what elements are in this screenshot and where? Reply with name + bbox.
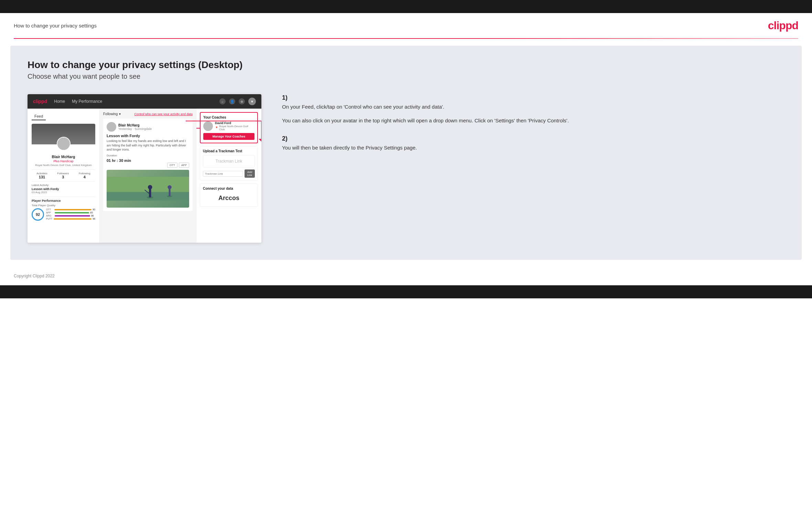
profile-banner	[32, 124, 95, 144]
trackman-input[interactable]	[203, 171, 243, 177]
activity-description: Looking to feel like my hands are exitin…	[107, 139, 189, 152]
stat-following: Following 4	[79, 172, 90, 179]
activity-card: Blair McHarg Yesterday · Sunningdale Les…	[103, 119, 193, 211]
coach-info: David Ford 📍 Royal North Devon Golf Club	[215, 121, 255, 131]
profile-name: Blair McHarg	[32, 155, 95, 159]
search-icon: ⌕	[219, 98, 226, 104]
nav-my-performance: My Performance	[72, 99, 102, 104]
app-body: Feed Blair McHarg Plus Handicap Royal No…	[28, 109, 261, 243]
connect-card: Connect your data Arccos	[200, 184, 258, 207]
arg-bar	[55, 215, 90, 217]
quality-score: 92	[32, 208, 44, 221]
ott-bar	[54, 209, 91, 210]
activity-location: Yesterday · Sunningdale	[118, 127, 152, 131]
stat-followers: Followers 3	[57, 172, 69, 179]
trackman-card: Upload a Trackman Test Trackman Link Add…	[200, 146, 258, 181]
coaches-card: Your Coaches David Ford 📍 Royal North De…	[200, 112, 258, 143]
tag-ott: OTT	[167, 163, 177, 168]
activity-user-avatar	[107, 122, 116, 132]
activity-tags: OTT APP	[107, 163, 189, 168]
user-avatar-icon[interactable]: ▼	[248, 98, 256, 105]
profile-handicap: Plus Handicap	[32, 159, 95, 163]
bar-arg: ARG 86	[46, 214, 95, 217]
location-pin-icon: 📍	[215, 126, 218, 130]
trackman-placeholder-text: Trackman Link	[215, 159, 242, 164]
feed-tab: Feed	[32, 113, 46, 120]
player-performance-section: Player Performance Total Player Quality …	[32, 197, 95, 221]
location-icon: ⊕	[239, 98, 245, 104]
instruction-2-number: 2)	[282, 135, 784, 142]
svg-rect-7	[169, 189, 171, 196]
activity-title: Lesson with Fordy	[107, 134, 189, 138]
activity-user-name: Blair McHarg	[118, 123, 152, 127]
latest-lesson: Lesson with Fordy	[32, 187, 95, 191]
app-screenshot: clippd Home My Performance ⌕ 👤 ⊕ ▼ Feed	[28, 94, 261, 243]
add-link-button[interactable]: Add Link	[245, 169, 255, 178]
copyright: Copyright Clippd 2022	[14, 274, 55, 278]
coach-club: 📍 Royal North Devon Golf Club	[215, 125, 255, 131]
manage-coaches-button[interactable]: Manage Your Coaches	[203, 133, 255, 140]
latest-activity-label: Latest Activity	[32, 184, 95, 187]
activity-header: Blair McHarg Yesterday · Sunningdale	[107, 122, 189, 132]
avatar-circle	[57, 137, 70, 150]
nav-right: ⌕ 👤 ⊕ ▼	[219, 98, 256, 105]
coach-avatar	[203, 121, 213, 131]
coaches-title: Your Coaches	[203, 115, 255, 119]
clippd-logo: clippd	[768, 19, 798, 32]
activity-duration-label: Duration	[107, 154, 189, 157]
profile-club: Royal North Devon Golf Club, United King…	[32, 164, 95, 167]
tag-app: APP	[179, 163, 189, 168]
quality-bars: OTT 90 APP 85	[46, 208, 95, 221]
page-subtitle: Choose what you want people to see	[28, 73, 784, 80]
header: How to change your privacy settings clip…	[0, 13, 812, 38]
activity-duration-value: 01 hr : 30 min	[107, 158, 189, 163]
tpq-row: 92 OTT 90 APP	[32, 208, 95, 221]
instruction-2-text: You will then be taken directly to the P…	[282, 144, 784, 152]
bar-putt: PUTT 96	[46, 218, 95, 220]
nav-home: Home	[54, 99, 65, 104]
control-link[interactable]: Control who can see your activity and da…	[134, 112, 193, 116]
tpq-label: Total Player Quality	[32, 204, 95, 207]
main-content: How to change your privacy settings (Des…	[10, 46, 802, 260]
bar-ott: OTT 90	[46, 208, 95, 211]
putt-bar	[54, 218, 91, 220]
stat-activities: Activities 131	[36, 172, 47, 179]
activity-meta: Blair McHarg Yesterday · Sunningdale	[118, 123, 152, 131]
coach-name: David Ford	[215, 121, 255, 125]
instruction-2: 2) You will then be taken directly to th…	[282, 135, 784, 152]
coaches-annotation: Your Coaches David Ford 📍 Royal North De…	[200, 112, 258, 143]
bar-app: APP 85	[46, 211, 95, 214]
profile-stats: Activities 131 Followers 3 Following 4	[32, 169, 95, 181]
following-bar: Following ▾ Control who can see your act…	[103, 112, 193, 116]
app-right-panel: Your Coaches David Ford 📍 Royal North De…	[196, 109, 261, 243]
connect-title: Connect your data	[203, 187, 255, 190]
app-logo: clippd	[33, 99, 47, 104]
instruction-1: 1) On your Feed, click/tap on 'Control w…	[282, 94, 784, 125]
chevron-down-icon: ▾	[119, 112, 121, 116]
svg-rect-1	[107, 192, 189, 200]
instruction-1-text1: On your Feed, click/tap on 'Control who …	[282, 103, 784, 111]
following-label: Following	[103, 112, 118, 116]
footer: Copyright Clippd 2022	[0, 267, 812, 285]
latest-date: 03 Aug 2022	[32, 191, 95, 194]
app-feed: Following ▾ Control who can see your act…	[100, 109, 196, 243]
app-body-wrapper: Feed Blair McHarg Plus Handicap Royal No…	[28, 109, 261, 243]
app-nav: clippd Home My Performance ⌕ 👤 ⊕ ▼	[28, 94, 261, 109]
top-bar	[0, 0, 812, 13]
instruction-1-number: 1)	[282, 94, 784, 101]
content-columns: clippd Home My Performance ⌕ 👤 ⊕ ▼ Feed	[28, 94, 784, 243]
pp-title: Player Performance	[32, 199, 95, 202]
following-button[interactable]: Following ▾	[103, 112, 121, 116]
trackman-placeholder: Trackman Link	[203, 155, 255, 167]
page-title: How to change your privacy settings (Des…	[28, 59, 784, 70]
header-divider	[14, 38, 798, 39]
activity-image	[107, 170, 189, 208]
arccos-logo: Arccos	[203, 192, 255, 204]
svg-point-4	[148, 185, 152, 189]
svg-rect-3	[149, 189, 151, 197]
instructions: 1) On your Feed, click/tap on 'Control w…	[275, 94, 784, 162]
trackman-title: Upload a Trackman Test	[203, 149, 255, 153]
coach-row: David Ford 📍 Royal North Devon Golf Club	[203, 121, 255, 131]
instruction-1-text2: You can also click on your avatar in the…	[282, 117, 784, 125]
bottom-bar	[0, 285, 812, 298]
